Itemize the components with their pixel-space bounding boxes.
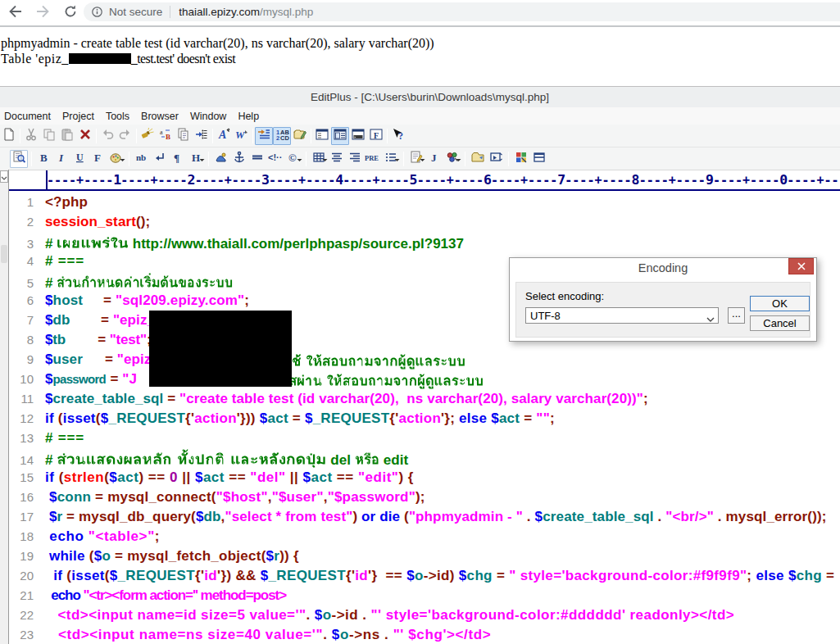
browser-back-button[interactable]	[4, 2, 27, 25]
html-list-button[interactable]	[382, 150, 400, 168]
encoding-combobox[interactable]: UTF-8	[525, 307, 719, 324]
menu-browser[interactable]: Browser	[135, 109, 184, 124]
line-numbers-button[interactable]: 1AB2CD	[273, 127, 291, 145]
code-token: action	[194, 410, 237, 426]
browser-preview-button[interactable]	[10, 150, 28, 168]
word-wrap-button[interactable]: W	[233, 127, 251, 145]
goto-line-button[interactable]	[193, 127, 211, 145]
code-line-22[interactable]: 22 <td><input name=id size=5 value='". $…	[9, 605, 840, 625]
preferences-button[interactable]	[291, 127, 309, 145]
code-token: "del"	[250, 469, 285, 485]
code-line-19[interactable]: 19 while ($o = mysql_fetch_object($r)) {	[9, 546, 840, 566]
select-encoding-label: Select encoding:	[525, 290, 604, 302]
code-token: ==	[333, 469, 358, 485]
code-line-11[interactable]: 11$create_table_sql = "create table test…	[9, 389, 840, 409]
html-image-button[interactable]	[212, 150, 230, 168]
cancel-button[interactable]: Cancel	[750, 315, 810, 331]
auto-indent-button[interactable]	[255, 127, 273, 145]
html-split-button[interactable]	[530, 150, 548, 168]
browse-encodings-button[interactable]: ...	[728, 307, 745, 324]
cut-button[interactable]	[22, 127, 40, 145]
line-number: 18	[9, 527, 34, 546]
code-line-18[interactable]: 18 echo "<table>";	[9, 527, 840, 546]
html-javascript-button[interactable]: J	[425, 150, 443, 168]
html-bold-button[interactable]: B	[35, 150, 53, 168]
code-line-20[interactable]: 20 if (isset($_REQUEST{'id'}) && $_REQUE…	[9, 566, 840, 586]
code-text: $host= "sql209.epizy.com";	[45, 293, 249, 308]
undo-button[interactable]	[98, 127, 116, 145]
html-pre-button[interactable]: PRE	[364, 150, 382, 168]
code-line-9[interactable]: 9$user= "epiz	[9, 350, 840, 370]
paste-button[interactable]	[58, 127, 76, 145]
html-anchor-button[interactable]	[230, 150, 248, 168]
address-bar[interactable]: Not secure thaiall.epizy.com/mysql.php	[84, 2, 840, 21]
cliptext-toggle[interactable]	[0, 170, 8, 183]
code-line-17[interactable]: 17 $r = mysql_db_query($db,"select * fro…	[9, 507, 840, 527]
cliptext-strip	[0, 170, 9, 644]
code-text: # ===	[45, 430, 84, 446]
new-document-button[interactable]	[0, 127, 18, 145]
menu-window[interactable]: Window	[184, 109, 232, 124]
menu-help[interactable]: Help	[232, 109, 265, 124]
window-cliptext-button[interactable]	[313, 127, 331, 145]
code-line-15[interactable]: 15if (strlen($act) == 0 || $act == "del"…	[9, 468, 840, 488]
window-directory-button[interactable]	[331, 127, 349, 145]
page-info-icon[interactable]	[92, 7, 102, 17]
redo-button[interactable]	[116, 127, 134, 145]
ruler-track: ----+----1----+----2----+----3----+----4…	[47, 170, 840, 190]
html-script-button[interactable]	[407, 150, 425, 168]
find-button[interactable]	[138, 127, 157, 145]
html-paragraph-button[interactable]: ¶	[169, 150, 187, 168]
code-line-16[interactable]: 16 $conn = mysql_connect("$host","$user"…	[9, 488, 840, 507]
code-line-21[interactable]: 21 echo "<tr><form action='' method=post…	[9, 586, 840, 605]
html-frame-button[interactable]	[487, 150, 505, 168]
browser-reload-button[interactable]	[59, 2, 82, 25]
menu-tools[interactable]: Tools	[100, 109, 135, 124]
html-color-button[interactable]	[107, 150, 125, 168]
html-align-center-button[interactable]	[328, 150, 346, 168]
html-colors-button[interactable]	[512, 150, 530, 168]
html-table-button[interactable]	[310, 150, 328, 168]
html-heading-button[interactable]: H	[187, 150, 205, 168]
font-button[interactable]: A	[215, 127, 233, 145]
code-line-13[interactable]: 13# ===	[9, 429, 840, 448]
code-token: ->id)	[424, 568, 459, 583]
strip-thumb[interactable]	[1, 245, 7, 263]
window-output-button[interactable]	[349, 127, 367, 145]
html-underline-button[interactable]: U	[71, 150, 89, 168]
code-line-23[interactable]: 23 <td><input name=ns size=40 value='". …	[9, 625, 840, 644]
code-line-12[interactable]: 12if (isset($_REQUEST{'action'})) $act =…	[9, 409, 840, 429]
html-form-button[interactable]	[469, 150, 487, 168]
url-domain: thaiall.epizy.com	[179, 6, 260, 18]
code-token: if	[53, 568, 62, 583]
menu-project[interactable]: Project	[57, 109, 100, 124]
html-nbsp-button[interactable]: nb	[133, 150, 151, 168]
code-token: _REQUEST	[313, 410, 390, 426]
copy-button[interactable]	[40, 127, 58, 145]
editplus-window: EditPlus - [C:\Users\burin\Downloads\mys…	[0, 86, 840, 644]
ok-button[interactable]: OK	[750, 296, 810, 311]
html-objects-button[interactable]	[443, 150, 461, 168]
context-help-button[interactable]: ?	[389, 127, 407, 145]
delete-button[interactable]	[76, 127, 94, 145]
html-special-char-button[interactable]: ©	[284, 150, 302, 168]
code-line-3[interactable]: 3# http://www.thaiall.com/perlphpasp/sou…	[9, 232, 840, 252]
code-line-14[interactable]: 14# del edit	[9, 448, 840, 468]
html-italic-button[interactable]: I	[53, 150, 71, 168]
window-titlebar[interactable]: EditPlus - [C:\Users\burin\Downloads\mys…	[0, 86, 840, 107]
html-hrule-button[interactable]	[248, 150, 266, 168]
code-text: $db= "epiz_	[45, 312, 155, 328]
browser-forward-button[interactable]	[31, 2, 54, 25]
html-comment-button[interactable]: <!··	[266, 150, 284, 168]
html-align-right-button[interactable]	[346, 150, 364, 168]
find-in-files-button[interactable]	[175, 127, 193, 145]
code-line-2[interactable]: 2session_start();	[9, 212, 840, 232]
html-font-button[interactable]: F	[89, 150, 107, 168]
html-break-button[interactable]	[151, 150, 169, 168]
code-line-1[interactable]: 1<?php	[9, 193, 840, 212]
window-function-button[interactable]: F	[367, 127, 385, 145]
replace-button[interactable]: aB	[157, 127, 175, 145]
dialog-close-button[interactable]	[788, 258, 814, 274]
code-line-10[interactable]: 10$password= "J	[9, 370, 840, 389]
menu-document[interactable]: Document	[0, 109, 57, 124]
